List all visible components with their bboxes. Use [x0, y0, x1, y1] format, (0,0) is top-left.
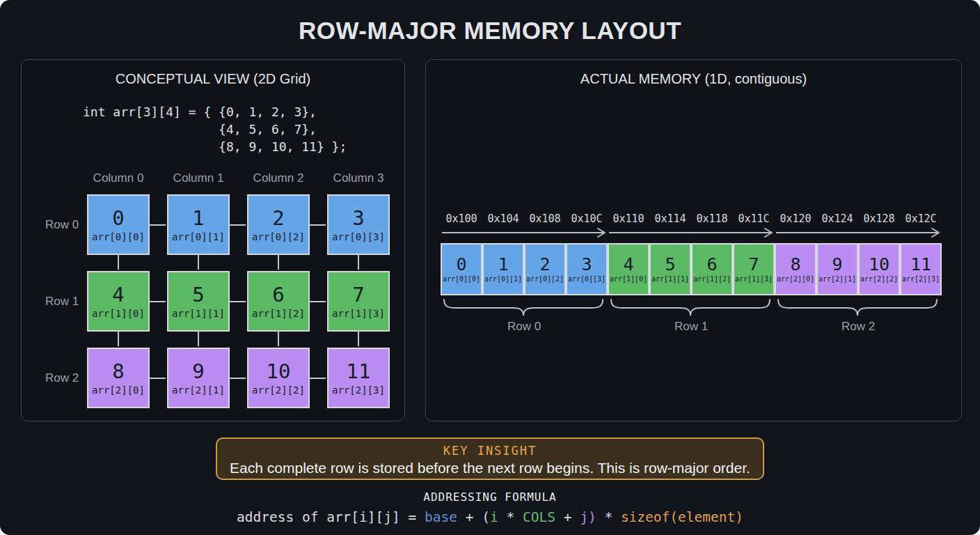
address-label-0x12C: 0x12C — [900, 212, 942, 225]
memory-cell-label: arr[1][2] — [693, 276, 731, 283]
formula-segment-6: + — [555, 509, 580, 525]
grid-cell-label: arr[1][1] — [172, 309, 225, 318]
column-label-2: Column 2 — [247, 171, 310, 185]
memory-cell-label: arr[0][3] — [568, 276, 606, 283]
memory-cell-label: arr[1][1] — [651, 276, 689, 283]
grid-cell-arr[0][0]: 0arr[0][0] — [87, 194, 150, 255]
grid-cell-label: arr[2][0] — [92, 385, 145, 395]
memory-cell-value: 3 — [581, 256, 592, 273]
addressing-formula: address of arr[i][j] = base + (i * COLS … — [0, 510, 980, 525]
row-group-braces — [441, 298, 942, 317]
memory-row-label-2: Row 2 — [775, 320, 942, 334]
formula-segment-3: i — [490, 509, 498, 525]
memory-cell-label: arr[2][3] — [902, 276, 940, 283]
conceptual-view-title: CONCEPTUAL VIEW (2D Grid) — [22, 71, 404, 87]
grid-cell-label: arr[0][2] — [252, 232, 305, 242]
memory-address-row: 0x1000x1040x1080x10C0x1100x1140x1180x11C… — [441, 212, 942, 225]
grid-cell-arr[2][2]: 10arr[2][2] — [247, 348, 310, 408]
key-insight-box: KEY INSIGHT Each complete row is stored … — [216, 437, 764, 480]
grid-cell-value: 11 — [347, 362, 371, 382]
address-label-0x120: 0x120 — [775, 212, 816, 225]
memory-cell-arr[2][2]: 10arr[2][2] — [858, 243, 900, 295]
memory-cell-arr[1][1]: 5arr[1][1] — [649, 243, 691, 295]
grid-cell-arr[1][3]: 7arr[1][3] — [327, 271, 390, 332]
address-label-0x10C: 0x10C — [566, 212, 608, 225]
memory-cell-value: 7 — [748, 256, 759, 273]
memory-cell-label: arr[2][1] — [819, 276, 856, 283]
grid-cell-label: arr[0][3] — [332, 232, 385, 242]
grid-cell-arr[0][2]: 2arr[0][2] — [247, 194, 310, 255]
grid-cell-label: arr[1][0] — [92, 309, 145, 318]
memory-cell-label: arr[1][0] — [610, 276, 647, 283]
memory-cell-arr[1][3]: 7arr[1][3] — [733, 243, 775, 295]
page-title: ROW-MAJOR MEMORY LAYOUT — [0, 17, 980, 45]
column-label-3: Column 3 — [327, 171, 390, 185]
address-label-0x118: 0x118 — [691, 212, 733, 225]
addressing-formula-title: ADDRESSING FORMULA — [0, 491, 980, 504]
row-group-labels: Row 0Row 1Row 2 — [441, 320, 942, 334]
memory-direction-arrows — [441, 227, 942, 238]
memory-cell-label: arr[0][1] — [484, 276, 522, 283]
grid-cell-value: 10 — [267, 362, 291, 382]
memory-arrow-0 — [441, 227, 608, 238]
address-label-0x114: 0x114 — [649, 212, 691, 225]
column-label-1: Column 1 — [167, 171, 230, 185]
address-label-0x124: 0x124 — [816, 212, 858, 225]
memory-cell-arr[0][0]: 0arr[0][0] — [441, 243, 482, 295]
row-group-brace-0 — [441, 298, 608, 317]
grid-row-label-0: Row 0 — [40, 218, 84, 232]
grid-cell-label: arr[1][2] — [252, 309, 305, 318]
memory-cell-value: 10 — [869, 256, 890, 273]
memory-cell-value: 4 — [623, 256, 633, 273]
memory-cell-value: 2 — [539, 256, 550, 273]
address-label-0x104: 0x104 — [482, 212, 524, 225]
grid-cell-arr[1][2]: 6arr[1][2] — [247, 271, 310, 332]
memory-cell-value: 8 — [790, 256, 800, 273]
grid-cell-label: arr[2][1] — [172, 385, 225, 395]
memory-cell-value: 0 — [456, 256, 466, 273]
memory-cell-row: 0arr[0][0]1arr[0][1]2arr[0][2]3arr[0][3]… — [441, 243, 942, 295]
memory-cell-arr[0][2]: 2arr[0][2] — [524, 243, 566, 295]
grid-cell-arr[2][1]: 9arr[2][1] — [167, 348, 230, 408]
formula-segment-5: COLS — [523, 509, 555, 525]
grid-cell-value: 3 — [352, 208, 364, 228]
address-label-0x128: 0x128 — [858, 212, 900, 225]
formula-segment-9: sizeof(element) — [621, 509, 743, 525]
grid-cell-arr[1][0]: 4arr[1][0] — [87, 271, 150, 332]
memory-cell-label: arr[2][0] — [777, 276, 814, 283]
conceptual-view-panel: CONCEPTUAL VIEW (2D Grid) int arr[3][4] … — [21, 59, 405, 421]
formula-segment-2: + ( — [457, 509, 490, 525]
address-label-0x11C: 0x11C — [733, 212, 775, 225]
grid-cell-value: 0 — [112, 208, 124, 228]
address-label-0x108: 0x108 — [524, 212, 566, 225]
grid-row-label-1: Row 1 — [40, 295, 84, 309]
memory-cell-arr[0][3]: 3arr[0][3] — [566, 243, 608, 295]
grid-cell-value: 8 — [112, 362, 124, 382]
memory-cell-arr[2][3]: 11arr[2][3] — [900, 243, 942, 295]
grid-cell-label: arr[0][0] — [92, 232, 145, 242]
memory-cell-arr[1][2]: 6arr[1][2] — [691, 243, 733, 295]
conceptual-grid: 0arr[0][0]1arr[0][1]2arr[0][2]3arr[0][3]… — [87, 194, 390, 408]
address-label-0x100: 0x100 — [441, 212, 482, 225]
row-major-memory-layout-diagram: ROW-MAJOR MEMORY LAYOUT CONCEPTUAL VIEW … — [0, 0, 980, 535]
array-declaration-code: int arr[3][4] = { {0, 1, 2, 3}, {4, 5, 6… — [83, 103, 347, 155]
column-labels: Column 0Column 1Column 2Column 3 — [87, 171, 390, 185]
grid-cell-value: 4 — [112, 285, 124, 305]
memory-cell-value: 11 — [910, 256, 931, 273]
grid-cell-value: 9 — [192, 362, 204, 382]
memory-cell-label: arr[0][0] — [443, 276, 480, 283]
grid-cell-arr[2][3]: 11arr[2][3] — [327, 348, 390, 408]
grid-cell-label: arr[1][3] — [332, 309, 385, 318]
column-label-0: Column 0 — [87, 171, 150, 185]
actual-memory-panel: ACTUAL MEMORY (1D, contiguous) 0x1000x10… — [425, 59, 962, 421]
grid-cell-label: arr[0][1] — [172, 232, 225, 242]
row-group-brace-1 — [608, 298, 775, 317]
grid-cell-label: arr[2][2] — [252, 385, 305, 395]
memory-cell-arr[0][1]: 1arr[0][1] — [482, 243, 524, 295]
formula-segment-0: address of arr[i][j] = — [237, 509, 425, 525]
grid-cell-arr[2][0]: 8arr[2][0] — [87, 348, 150, 408]
grid-cell-value: 5 — [192, 285, 204, 305]
memory-cell-value: 9 — [832, 256, 842, 273]
memory-cell-arr[2][0]: 8arr[2][0] — [775, 243, 816, 295]
grid-cell-value: 2 — [272, 208, 284, 228]
